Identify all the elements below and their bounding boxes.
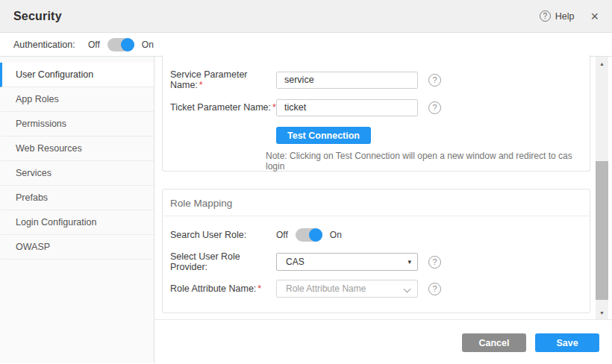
sidebar-item-login-configuration[interactable]: Login Configuration: [0, 210, 154, 235]
help-icon[interactable]: ?: [540, 10, 551, 22]
footer-actions: Cancel Save: [462, 333, 599, 352]
divider: [163, 216, 590, 216]
toggle-knob: [309, 228, 322, 242]
sidebar-item-user-configuration[interactable]: User Configuration: [0, 63, 154, 87]
role-mapping-title: Role Mapping: [163, 189, 590, 216]
service-parameter-input[interactable]: [276, 72, 418, 89]
service-parameter-row: Service Parameter Name:* ?: [170, 72, 590, 88]
search-user-role-label: Search User Role:: [170, 230, 276, 240]
search-user-role-toggle[interactable]: [296, 228, 322, 242]
ticket-parameter-row: Ticket Parameter Name:* ?: [170, 99, 590, 116]
ticket-parameter-input[interactable]: [276, 99, 418, 116]
sidebar-item-web-resources[interactable]: Web Resources: [0, 136, 154, 161]
authentication-on-label: On: [142, 40, 154, 50]
role-attribute-row: Role Attribute Name:* ?: [170, 280, 590, 297]
role-mapping-panel: Role Mapping Search User Role: Off On Se…: [162, 189, 590, 313]
close-icon[interactable]: ×: [590, 10, 599, 23]
sidebar-item-owasp[interactable]: OWASP: [0, 235, 154, 260]
authentication-toggle[interactable]: [107, 38, 134, 51]
service-parameter-label: Service Parameter Name:*: [170, 69, 276, 90]
sidebar-item-permissions[interactable]: Permissions: [0, 112, 154, 136]
vertical-scrollbar[interactable]: ▲ ▼: [596, 57, 608, 319]
role-attribute-input[interactable]: [286, 283, 398, 294]
save-button[interactable]: Save: [535, 333, 599, 352]
ticket-parameter-label: Ticket Parameter Name:*: [170, 102, 276, 113]
help-icon[interactable]: ?: [428, 74, 441, 87]
user-role-provider-label: Select User Role Provider:: [170, 251, 276, 272]
scrollbar-thumb[interactable]: [596, 161, 608, 300]
toggle-knob: [121, 38, 134, 51]
role-attribute-label: Role Attribute Name:*: [170, 283, 276, 294]
footer-divider: [154, 319, 612, 320]
role-attribute-combobox[interactable]: [276, 280, 418, 298]
help-icon[interactable]: ?: [428, 101, 441, 114]
window-header: Security ? Help ×: [0, 0, 612, 33]
sidebar-item-app-roles[interactable]: App Roles: [0, 87, 154, 112]
help-icon[interactable]: ?: [428, 283, 441, 295]
scroll-down-icon[interactable]: ▼: [596, 307, 608, 318]
authentication-label: Authentication:: [13, 40, 88, 50]
test-connection-note: Note: Clicking on Test Connection will o…: [266, 151, 590, 172]
search-user-role-off-label: Off: [276, 230, 288, 240]
help-icon[interactable]: ?: [428, 256, 441, 269]
search-user-role-row: Search User Role: Off On: [170, 227, 590, 243]
scroll-up-icon[interactable]: ▲: [596, 58, 608, 69]
settings-content: Service Parameter Name:* ? Ticket Parame…: [154, 57, 612, 363]
chevron-down-icon: [404, 286, 411, 293]
page-title: Security: [13, 10, 62, 23]
sidebar-item-services[interactable]: Services: [0, 161, 154, 186]
user-role-provider-select[interactable]: CAS ▾: [276, 253, 418, 271]
authentication-off-label: Off: [88, 40, 100, 50]
user-role-provider-row: Select User Role Provider: CAS ▾ ?: [170, 254, 590, 270]
select-arrow-icon: ▾: [408, 258, 411, 266]
authentication-bar: Authentication: Off On: [0, 33, 612, 57]
search-user-role-on-label: On: [330, 230, 342, 240]
required-asterisk: *: [199, 80, 203, 90]
sidebar-item-prefabs[interactable]: Prefabs: [0, 186, 154, 210]
settings-sidebar: User Configuration App Roles Permissions…: [0, 57, 154, 363]
cas-parameters-panel: Service Parameter Name:* ? Ticket Parame…: [162, 55, 590, 172]
cancel-button[interactable]: Cancel: [462, 333, 526, 352]
help-link[interactable]: Help: [555, 11, 575, 22]
security-settings-window: Security ? Help × Authentication: Off On…: [0, 0, 612, 364]
user-role-provider-value: CAS: [286, 257, 305, 267]
test-connection-button[interactable]: Test Connection: [276, 127, 371, 144]
required-asterisk: *: [257, 283, 261, 294]
